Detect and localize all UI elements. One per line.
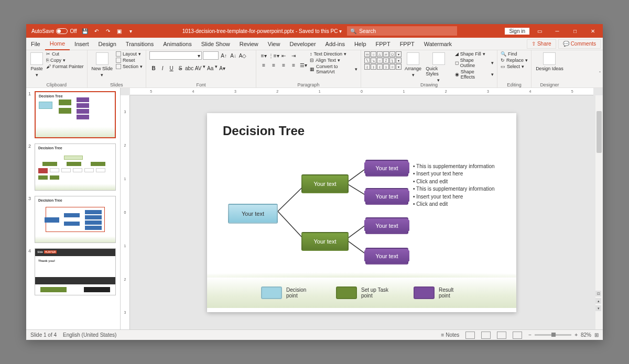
format-painter-button[interactable]: 🖌Format Painter <box>46 64 84 69</box>
shadow-button[interactable]: abc <box>185 64 193 72</box>
shape-gallery[interactable]: ▭○△▱⬠▾ ╲↘↔⤴⤵▾ {}{}☆▾ <box>364 51 402 70</box>
new-slide-button[interactable]: New Slide ▾ <box>91 51 114 79</box>
underline-button[interactable]: U <box>167 64 176 72</box>
thumbnail-1[interactable]: Decision Tree <box>35 91 116 138</box>
text-direction-button[interactable]: ↕Text Direction ▾ <box>310 51 357 57</box>
find-button[interactable]: 🔍Find <box>501 51 528 57</box>
tree-green-node[interactable]: Your text <box>301 174 349 193</box>
font-family-select[interactable]: ▾ <box>149 51 202 60</box>
redo-icon[interactable]: ↷ <box>104 27 112 35</box>
strike-button[interactable]: S <box>176 64 185 72</box>
align-text-button[interactable]: ⊟Align Text ▾ <box>310 58 357 63</box>
tab-fppt1[interactable]: FPPT <box>371 38 395 50</box>
bullets-button[interactable]: ≡▾ <box>259 51 268 60</box>
share-button[interactable]: ⇧Share <box>527 39 556 49</box>
reading-view-button[interactable] <box>497 332 506 339</box>
font-color-button[interactable]: A▾ <box>218 64 226 72</box>
tab-slideshow[interactable]: Slide Show <box>197 38 235 50</box>
tab-developer[interactable]: Developer <box>285 38 320 50</box>
maximize-icon[interactable]: □ <box>567 24 583 38</box>
arrange-button[interactable]: Arrange▾ <box>404 51 422 79</box>
tree-purple-node[interactable]: Your text <box>365 188 408 205</box>
bold-button[interactable]: B <box>149 64 158 72</box>
convert-smartart-button[interactable]: ▦Convert to SmartArt ▾ <box>310 64 357 74</box>
indent-dec-button[interactable]: ⇤ <box>279 51 288 60</box>
slide-canvas[interactable]: Decision Tree Your text Your text Your t… <box>207 113 516 312</box>
tree-purple-node[interactable]: Your text <box>365 160 408 177</box>
numbering-button[interactable]: ⋮≡▾ <box>269 51 278 60</box>
align-right-button[interactable]: ≡ <box>279 61 288 69</box>
tab-watermark[interactable]: Watermark <box>419 38 457 50</box>
ribbon-mode-icon[interactable]: ▭ <box>532 24 547 38</box>
case-button[interactable]: Aa <box>206 64 214 72</box>
shape-fill-button[interactable]: ◢Shape Fill ▾ <box>455 51 494 57</box>
tree-root-node[interactable]: Your text <box>228 204 278 224</box>
columns-button[interactable]: ☰▾ <box>299 61 308 69</box>
next-slide-button[interactable]: ▾ <box>595 305 601 311</box>
zoom-slider[interactable] <box>535 334 571 336</box>
thumbnail-3[interactable]: Decision Tree <box>35 196 116 243</box>
bullet-list[interactable]: This is supplementary information Insert… <box>413 163 505 208</box>
present-icon[interactable]: ▣ <box>116 27 123 35</box>
shape-outline-button[interactable]: ◻Shape Outline ▾ <box>455 58 494 68</box>
align-center-button[interactable]: ≡ <box>269 61 278 69</box>
tab-review[interactable]: Review <box>235 38 263 50</box>
paste-button[interactable]: Paste▾ <box>29 51 44 79</box>
tab-fppt2[interactable]: FPPT <box>395 38 419 50</box>
shape-effects-button[interactable]: ◉Shape Effects ▾ <box>455 69 494 80</box>
spacing-button[interactable]: AV <box>194 64 202 72</box>
tree-green-node[interactable]: Your text <box>301 232 349 251</box>
tab-home[interactable]: Home <box>45 38 70 50</box>
comments-button[interactable]: 💬Comments <box>558 39 601 49</box>
fit-button[interactable]: ⊡ <box>595 291 601 296</box>
font-size-select[interactable] <box>203 51 219 60</box>
close-icon[interactable]: ✕ <box>585 24 601 38</box>
scroll-thumb[interactable] <box>597 111 602 153</box>
zoom-level[interactable]: 82% <box>581 332 591 338</box>
tab-addins[interactable]: Add-ins <box>321 38 350 50</box>
align-left-button[interactable]: ≡ <box>259 61 268 69</box>
qat-dropdown-icon[interactable]: ▾ <box>127 27 135 35</box>
tab-file[interactable]: File <box>26 38 45 50</box>
thumbnail-4[interactable]: Slide HUNTER Thank you! <box>35 248 116 295</box>
reset-button[interactable]: Reset <box>116 58 143 63</box>
tree-purple-node[interactable]: Your text <box>365 217 408 234</box>
language-button[interactable]: English (United States) <box>63 332 116 338</box>
minimize-icon[interactable]: ─ <box>549 24 565 38</box>
design-ideas-button[interactable]: Design Ideas <box>535 51 565 72</box>
copy-button[interactable]: ⎘Copy ▾ <box>46 58 84 63</box>
tree-purple-node[interactable]: Your text <box>365 248 408 264</box>
tab-animations[interactable]: Animations <box>158 38 196 50</box>
tab-help[interactable]: Help <box>350 38 371 50</box>
slide-title[interactable]: Decision Tree <box>223 124 305 138</box>
quick-styles-button[interactable]: Quick Styles▾ <box>425 51 453 84</box>
signin-button[interactable]: Sign in <box>505 28 529 35</box>
zoom-in-button[interactable]: + <box>574 332 578 338</box>
prev-slide-button[interactable]: ▴ <box>595 298 601 304</box>
notes-button[interactable]: ≡ Notes <box>441 332 460 338</box>
tab-insert[interactable]: Insert <box>70 38 94 50</box>
document-title[interactable]: 1013-decision-tree-template-for-powerpoi… <box>182 28 342 34</box>
search-input[interactable]: 🔍 Search <box>347 26 457 36</box>
normal-view-button[interactable] <box>465 332 475 339</box>
select-button[interactable]: ▭Select ▾ <box>501 64 528 69</box>
slide-counter[interactable]: Slide 1 of 4 <box>30 332 57 338</box>
italic-button[interactable]: I <box>158 64 167 72</box>
undo-icon[interactable]: ↶ <box>93 27 100 35</box>
tab-view[interactable]: View <box>263 38 285 50</box>
section-button[interactable]: Section ▾ <box>116 64 143 69</box>
justify-button[interactable]: ≡ <box>289 61 298 69</box>
collapse-ribbon-icon[interactable]: ˆ <box>599 71 601 76</box>
zoom-out-button[interactable]: − <box>528 332 532 338</box>
fit-to-window-button[interactable]: ⊞ <box>594 332 599 338</box>
save-icon[interactable]: 💾 <box>81 27 89 35</box>
layout-button[interactable]: Layout ▾ <box>116 51 143 57</box>
tab-design[interactable]: Design <box>94 38 121 50</box>
cut-button[interactable]: ✂Cut <box>46 51 84 57</box>
indent-inc-button[interactable]: ⇥ <box>289 51 298 60</box>
slideshow-view-button[interactable] <box>513 332 522 339</box>
replace-button[interactable]: ↻Replace ▾ <box>501 58 528 63</box>
clear-format-button[interactable]: A◇ <box>238 51 247 60</box>
tab-transitions[interactable]: Transitions <box>121 38 158 50</box>
thumbnail-2[interactable]: Decision Tree <box>35 144 116 191</box>
